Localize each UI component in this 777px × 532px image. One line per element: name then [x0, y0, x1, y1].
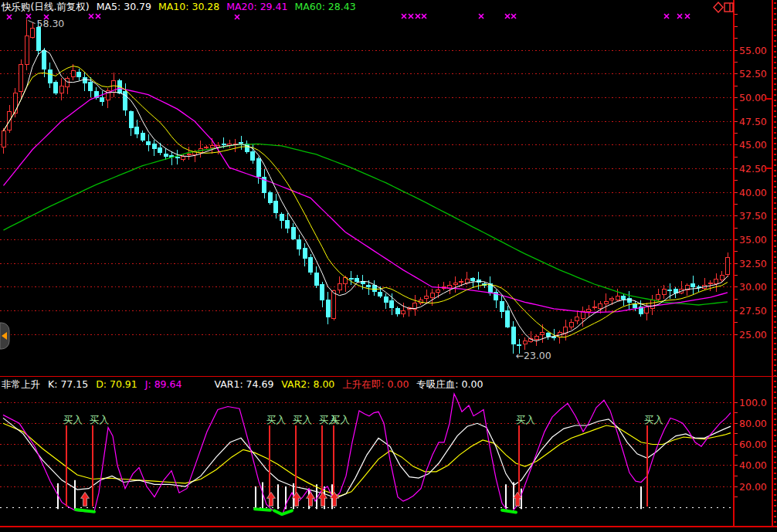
buy-signal-label: 买入 — [331, 414, 351, 425]
restore-window-icon[interactable] — [724, 3, 733, 12]
svg-text:60.00: 60.00 — [739, 439, 767, 450]
svg-text:25.00: 25.00 — [739, 329, 767, 341]
svg-text:47.50: 47.50 — [739, 116, 767, 127]
j-value: J: 89.64 — [145, 378, 182, 390]
svg-text:32.50: 32.50 — [739, 258, 767, 269]
svg-text:40.00: 40.00 — [739, 187, 767, 198]
price-y-axis: 55.0052.5050.0047.5045.0042.5040.0037.50… — [735, 15, 767, 341]
collapse-tab[interactable] — [0, 323, 9, 349]
k-value: K: 77.15 — [48, 378, 88, 390]
buy-signal-label: 买入 — [266, 414, 287, 425]
ma10-legend: MA10: 30.28 — [158, 1, 219, 12]
indicator-name: 非常上升 — [2, 378, 40, 390]
buy-signal-label: 买入 — [644, 414, 664, 425]
buy-signal-label: 买入 — [90, 414, 110, 425]
svg-text:27.50: 27.50 — [739, 305, 767, 317]
ma20-legend: MA20: 29.41 — [226, 1, 287, 12]
white-histogram-bars — [57, 480, 642, 509]
svg-text:35.00: 35.00 — [739, 234, 767, 246]
stock-chart-window: 58.30←23.00买入买入买入买入买入买入买入买入55.0052.5050.… — [0, 0, 777, 532]
buy-signal-label: 买入 — [293, 414, 313, 425]
diamond-icon[interactable] — [714, 2, 723, 12]
top-signal-markers — [7, 14, 690, 19]
svg-text:80.00: 80.00 — [739, 418, 767, 429]
symbol-title: 快乐购(日线.前复权) — [2, 1, 90, 12]
ma5-legend: MA5: 30.79 — [97, 1, 151, 12]
candles — [2, 19, 730, 354]
var2-value: VAR2: 8.00 — [281, 378, 334, 390]
svg-text:55.00: 55.00 — [739, 45, 767, 56]
ma60-legend: MA60: 28.43 — [294, 1, 355, 12]
svg-text:58.30: 58.30 — [37, 18, 65, 29]
absorb-value: 专吸庄血: 0.00 — [416, 378, 483, 390]
buy-signal-label: 买入 — [63, 414, 83, 425]
buy-signal-lines — [66, 425, 647, 507]
svg-text:52.50: 52.50 — [739, 68, 767, 80]
indicator-y-axis: 100.080.0060.0040.0020.00 — [735, 397, 767, 497]
buy-signal-label: 买入 — [516, 414, 536, 425]
svg-text:20.00: 20.00 — [739, 481, 767, 493]
indicator-header: 非常上升 K: 77.15 D: 70.91 J: 89.64 VAR1: 74… — [2, 378, 483, 390]
svg-text:30.00: 30.00 — [739, 281, 767, 293]
var1-value: VAR1: 74.69 — [214, 378, 273, 390]
oversold-green-segments — [76, 509, 516, 514]
chart-canvas: 58.30←23.00买入买入买入买入买入买入买入买入55.0052.5050.… — [0, 0, 777, 532]
rise-soon-value: 上升在即: 0.00 — [342, 378, 409, 390]
svg-text:50.00: 50.00 — [739, 92, 767, 103]
d-value: D: 70.91 — [96, 378, 137, 390]
title-bar: 快乐购(日线.前复权) MA5: 30.79 MA10: 30.28 MA20:… — [2, 1, 356, 12]
svg-text:37.50: 37.50 — [739, 210, 767, 222]
svg-text:40.00: 40.00 — [739, 459, 767, 471]
svg-text:←23.00: ←23.00 — [516, 350, 551, 361]
svg-text:100.0: 100.0 — [739, 397, 767, 408]
window-buttons[interactable] — [714, 2, 733, 12]
svg-text:42.50: 42.50 — [739, 163, 767, 175]
svg-text:45.00: 45.00 — [739, 139, 767, 151]
indicator-lines — [3, 394, 731, 513]
